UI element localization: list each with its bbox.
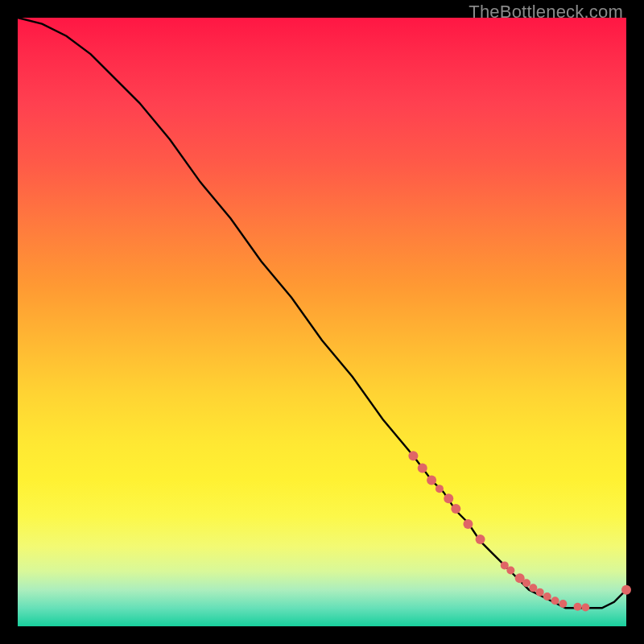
highlight-point xyxy=(427,476,436,485)
bottleneck-curve xyxy=(18,18,626,608)
highlight-point xyxy=(522,579,530,587)
highlight-point xyxy=(529,584,537,592)
highlight-point xyxy=(408,451,418,460)
highlight-point xyxy=(418,463,427,473)
highlight-point xyxy=(506,566,514,574)
highlight-point xyxy=(574,603,582,611)
highlight-point xyxy=(543,592,551,601)
highlight-points xyxy=(408,451,631,611)
chart-overlay xyxy=(18,18,626,626)
highlight-point xyxy=(476,535,485,544)
highlight-point xyxy=(551,597,559,605)
highlight-point xyxy=(536,588,544,597)
highlight-point xyxy=(559,600,567,608)
highlight-point xyxy=(451,504,460,514)
highlight-point xyxy=(463,519,473,529)
highlight-point xyxy=(444,493,453,503)
highlight-point xyxy=(436,485,444,493)
highlight-point xyxy=(581,604,589,612)
chart-frame: TheBottleneck.com xyxy=(0,0,644,644)
highlight-point xyxy=(621,585,631,595)
